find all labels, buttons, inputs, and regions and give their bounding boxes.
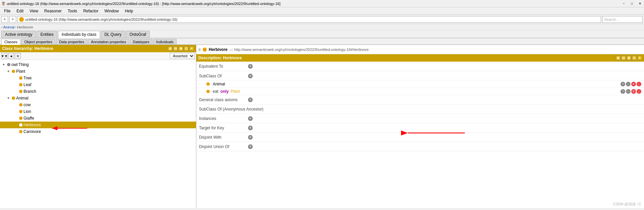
animal-delete-btn[interactable]: ✕ [631,82,636,86]
tab-individuals-by-class[interactable]: Individuals by class [58,31,100,38]
menu-item-view[interactable]: View [27,8,41,14]
tree-node-owl-thing[interactable]: ▼ owl:Thing [0,61,196,68]
forward-button[interactable]: > [9,16,16,23]
menu-item-file[interactable]: File [1,8,13,14]
title-bar-left: 🦉 untitled-ontology-16 (http://www.seman… [1,2,281,6]
tree-icons: ▼▼ ◄ ✕ [1,53,21,59]
section-equivalent-to: Equivalent To + [196,62,644,71]
sub-tab-annotation-properties[interactable]: Annotation properties [88,39,129,45]
minimize-button[interactable]: − [621,1,627,6]
sub-tab-data-properties[interactable]: Data properties [56,39,87,45]
plant-label: Plant [231,89,240,94]
desc-ctrl-5[interactable]: ✕ [637,56,642,60]
desc-panel-controls: ⊞ ⊟ ⊠ ⊡ ✕ [616,56,642,60]
toggle-animal[interactable]: ▼ [6,96,11,100]
tree-node-tree[interactable]: Tree [0,75,196,81]
tab-active-ontology[interactable]: Active ontology [1,31,36,38]
menu-item-tools[interactable]: Tools [65,8,80,14]
sub-tab-individuals[interactable]: Individuals [153,39,177,45]
label-cow: cow [23,102,31,107]
tree-node-giaffe[interactable]: Giaffe [0,115,196,122]
menu-item-help[interactable]: Help [122,8,136,14]
instances-add-button[interactable]: + [248,116,253,121]
subclass-of-add-button[interactable]: + [248,74,253,78]
animal-help-btn[interactable]: ? [621,82,625,86]
eat-help-btn[interactable]: ? [621,89,625,94]
back-button[interactable]: < [1,16,8,23]
panel-ctrl-5[interactable]: ✕ [189,46,194,51]
disjoint-with-add-button[interactable]: + [248,135,253,140]
menu-item-window[interactable]: Window [102,8,121,14]
collapse-all-button[interactable]: ◄ [8,53,14,59]
dot-branch [19,90,22,93]
label-herbivore: Herbivore [23,123,41,127]
class-name-header: Herbivore [209,47,228,52]
url-bar[interactable]: untitled-ontology-16 (http://www.semanti… [17,16,601,23]
toggle-leaf[interactable] [13,83,18,86]
toggle-herbivore[interactable] [13,123,18,127]
sub-tab-object-properties[interactable]: Object properties [21,39,55,45]
label-lion: Lion [23,109,31,114]
menu-item-reasoner[interactable]: Reasoner [42,8,64,14]
breadcrumb-animal[interactable]: Animal [3,25,15,29]
subclass-eat-item: eat only Plant ? ○ ✕ ↓ [196,88,644,95]
desc-ctrl-1[interactable]: ⊞ [616,56,621,60]
tree-node-branch[interactable]: Branch [0,88,196,95]
animal-down-btn[interactable]: ↓ [637,82,641,86]
desc-ctrl-3[interactable]: ⊠ [627,56,631,60]
disjoint-union-of-label: Disjoint Union Of [199,144,246,149]
description-label: Description: Herbivore [198,56,242,60]
toggle-plant[interactable]: ▼ [6,70,11,73]
eat-circle-btn[interactable]: ○ [626,89,631,94]
toggle-lion[interactable] [13,110,18,113]
target-for-key-add-button[interactable]: + [248,126,253,130]
panel-ctrl-2[interactable]: ⊟ [173,46,178,51]
toggle-carnivore[interactable] [13,130,18,133]
search-bar[interactable]: Search... [602,16,643,23]
animal-label: Animal [213,82,225,86]
tab-entities[interactable]: Entities [37,31,57,38]
sub-tab-classes[interactable]: Classes [1,39,20,45]
dot-leaf [19,83,22,86]
panel-ctrl-3[interactable]: ⊠ [179,46,183,51]
toggle-cow[interactable] [13,103,18,107]
menu-item-edit[interactable]: Edit [14,8,26,14]
tree-node-plant[interactable]: ▼ Plant [0,68,196,75]
panel-ctrl-1[interactable]: ⊞ [168,46,172,51]
section-target-for-key: Target for Key + [196,123,644,133]
expand-all-button[interactable]: ▼▼ [1,53,7,59]
tree-node-lion[interactable]: Lion [0,108,196,115]
animal-actions: ? ○ ✕ ↓ [621,82,641,86]
menu-item-refactor[interactable]: Refactor [81,8,101,14]
tab-ontograf[interactable]: OntoGraf [126,31,150,38]
hamburger-icon[interactable]: ≡ [198,47,201,52]
close-button[interactable]: ✕ [637,1,643,6]
restore-button[interactable]: □ [629,1,635,6]
desc-ctrl-2[interactable]: ⊟ [621,56,626,60]
tree-node-animal[interactable]: ▼ Animal [0,95,196,101]
tree-node-herbivore[interactable]: Herbivore [0,122,196,128]
eat-delete-btn[interactable]: ✕ [631,89,636,94]
asserted-select[interactable]: Asserted Inferred [170,53,195,59]
left-panel: Class hierarchy: Herbivore ⊞ ⊟ ⊠ ⊡ ✕ ▼▼ … [0,45,196,208]
toggle-tree[interactable] [13,76,18,80]
sub-tab-datatypes[interactable]: Datatypes [130,39,153,45]
eat-down-btn[interactable]: ↓ [637,89,641,94]
animal-circle-btn[interactable]: ○ [626,82,631,86]
desc-ctrl-4[interactable]: ⊡ [632,56,637,60]
toggle-branch[interactable] [13,90,18,93]
disjoint-union-of-add-button[interactable]: + [248,144,253,149]
tree-node-carnivore[interactable]: Carnivore [0,128,196,135]
tab-dl-query[interactable]: DL Query [101,31,125,38]
toggle-giaffe[interactable] [13,117,18,120]
subclass-animal-item: Animal ? ○ ✕ ↓ [196,80,644,88]
equivalent-to-add-button[interactable]: + [248,64,253,69]
tree-node-cow[interactable]: cow [0,101,196,108]
general-class-axioms-add-button[interactable]: + [248,97,253,102]
toggle-owl-thing[interactable]: ▼ [1,63,6,66]
dot-cow [19,103,22,107]
delete-button[interactable]: ✕ [15,53,21,59]
dot-giaffe [19,117,22,120]
tree-node-leaf[interactable]: Leaf [0,81,196,88]
panel-ctrl-4[interactable]: ⊡ [184,46,189,51]
